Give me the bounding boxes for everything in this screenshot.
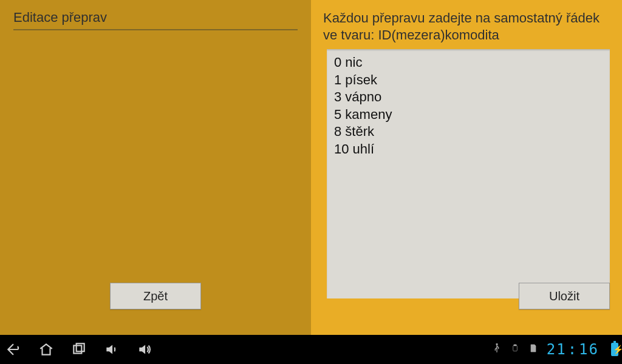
clock-hours: 21: [547, 341, 567, 358]
main-content: Editace přeprav Zpět Každou přepravu zad…: [0, 0, 622, 335]
usb-icon: [492, 343, 502, 356]
page-title: Editace přeprav: [13, 10, 298, 25]
svg-rect-0: [73, 346, 81, 354]
svg-rect-1: [77, 343, 84, 351]
save-button[interactable]: Uložit: [519, 283, 610, 309]
back-button[interactable]: Zpět: [110, 283, 201, 309]
svg-rect-4: [514, 345, 516, 346]
right-pane: Každou přepravu zadejte na samostatný řá…: [311, 0, 622, 335]
clock-colon: :: [567, 341, 579, 358]
transports-editor[interactable]: [327, 49, 610, 298]
volume-down-icon[interactable]: [102, 340, 121, 359]
charging-bolt-icon: ⚡: [613, 345, 622, 354]
battery-icon: ⚡: [611, 343, 618, 356]
back-icon[interactable]: [4, 340, 23, 359]
system-navbar: 21 : 16 ⚡: [0, 335, 622, 364]
nav-left-group: [4, 340, 154, 359]
svg-point-2: [496, 343, 497, 345]
volume-up-icon[interactable]: [135, 340, 154, 359]
clock-minutes: 16: [579, 341, 599, 358]
svg-rect-3: [513, 345, 517, 351]
home-icon[interactable]: [36, 340, 56, 359]
instruction-text: Každou přepravu zadejte na samostatný řá…: [321, 0, 612, 49]
sdcard-icon: [528, 343, 538, 356]
title-area: Editace přeprav: [0, 0, 311, 36]
title-underline: [13, 29, 298, 30]
debug-icon: [510, 343, 520, 356]
left-pane: Editace přeprav Zpět: [0, 0, 311, 335]
recent-apps-icon[interactable]: [69, 340, 89, 359]
nav-right-group: 21 : 16 ⚡: [492, 341, 618, 358]
clock: 21 : 16: [547, 341, 599, 358]
